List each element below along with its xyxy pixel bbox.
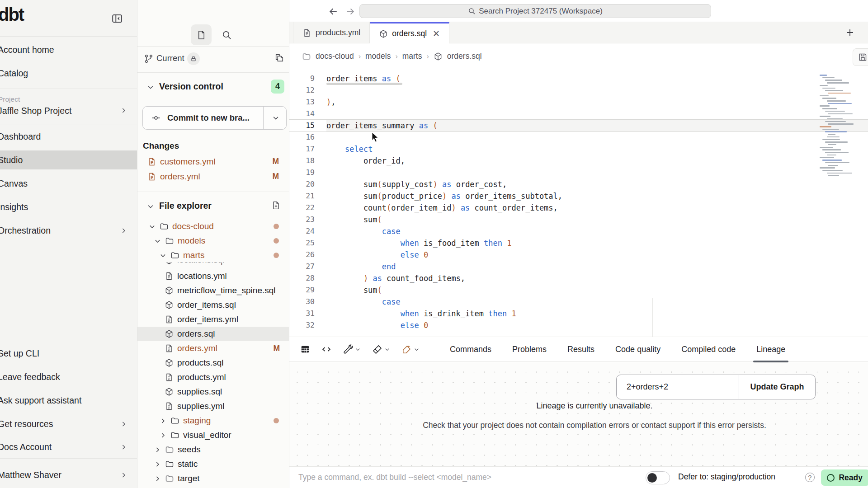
- collapse-sidebar-icon[interactable]: [111, 13, 123, 24]
- panel-tab-code-quality[interactable]: Code quality: [605, 337, 671, 362]
- tree-item-static[interactable]: static: [137, 457, 289, 471]
- sidebar-item-studio[interactable]: Studio: [0, 150, 137, 169]
- project-name[interactable]: Jaffle Shop Project: [0, 106, 71, 116]
- tree-item-marts[interactable]: marts: [137, 248, 289, 263]
- commit-button[interactable]: Commit to new bra...: [142, 106, 287, 130]
- status-badge[interactable]: Ready: [821, 469, 868, 486]
- new-tab-icon[interactable]: [844, 27, 855, 38]
- breadcrumb-item[interactable]: marts: [402, 52, 422, 61]
- model-cube-icon: [379, 29, 388, 38]
- panel-tab-lineage[interactable]: Lineage: [746, 337, 796, 362]
- code-line[interactable]: 25 when is_food_item then 1: [289, 237, 868, 249]
- sidebar-item-ask-support-assistant[interactable]: Ask support assistant: [0, 391, 137, 410]
- code-editor[interactable]: 9order_items as (1213),1415order_items_s…: [289, 71, 868, 337]
- fix-ai-icon[interactable]: [401, 344, 420, 355]
- code-line[interactable]: 13),: [289, 96, 868, 108]
- defer-toggle[interactable]: [646, 471, 670, 484]
- tree-item-metricflow_time_spine.sql[interactable]: metricflow_time_spine.sql: [137, 283, 289, 298]
- changed-file-customers.yml[interactable]: customers.ymlM: [137, 154, 289, 169]
- sidebar-item-insights[interactable]: Insights: [0, 197, 137, 216]
- code-line[interactable]: 9order_items as (: [289, 73, 868, 84]
- sidebar-item-get-resources[interactable]: Get resources: [0, 414, 137, 433]
- code-line[interactable]: 23 sum(: [289, 214, 868, 225]
- tree-item-staging[interactable]: staging: [137, 413, 289, 428]
- chevron-right-icon[interactable]: [120, 107, 127, 114]
- code-line[interactable]: 12: [289, 84, 868, 96]
- code-line[interactable]: 29 sum(: [289, 284, 868, 296]
- compile-code-icon[interactable]: [321, 344, 332, 355]
- build-tools-icon[interactable]: [343, 344, 361, 355]
- help-icon[interactable]: ?: [805, 473, 815, 482]
- project-search-input[interactable]: Search Project 372475 (Workspace): [359, 4, 711, 18]
- sidebar-item-canvas[interactable]: Canvas: [0, 174, 137, 193]
- code-line[interactable]: 28 ) as count_food_items,: [289, 272, 868, 284]
- sidebar-item-leave-feedback[interactable]: Leave feedback: [0, 367, 137, 386]
- tree-item-order_items.yml[interactable]: order_items.yml: [137, 312, 289, 327]
- close-tab-icon[interactable]: ✕: [433, 28, 440, 39]
- panel-tab-compiled-code[interactable]: Compiled code: [671, 337, 746, 362]
- back-arrow-icon[interactable]: [327, 5, 339, 17]
- divider: [432, 343, 432, 356]
- changed-file-orders.yml[interactable]: orders.ymlM: [137, 169, 289, 184]
- chevron-down-icon[interactable]: [272, 114, 280, 122]
- tree-item-visual_editor[interactable]: visual_editor: [137, 428, 289, 442]
- tree-item-models[interactable]: models: [137, 234, 289, 248]
- tree-item-products.sql[interactable]: products.sql: [137, 356, 289, 370]
- tree-item-locations.sql[interactable]: locations.sql: [137, 263, 289, 269]
- user-menu[interactable]: Matthew Shaver: [0, 465, 137, 484]
- search-files-button[interactable]: [218, 26, 235, 43]
- breadcrumb-item[interactable]: docs-cloud: [316, 52, 354, 61]
- forward-arrow-icon[interactable]: [344, 5, 356, 17]
- tab-orders.sql[interactable]: orders.sql✕: [370, 22, 449, 44]
- panel-tab-commands[interactable]: Commands: [439, 337, 502, 362]
- code-line[interactable]: 31 when is_drink_item then 1: [289, 308, 868, 319]
- tree-item-supplies.yml[interactable]: supplies.yml: [137, 399, 289, 413]
- version-control-section[interactable]: Version control 4: [137, 72, 289, 102]
- code-line[interactable]: 24 case: [289, 225, 868, 237]
- preview-table-icon[interactable]: [300, 344, 310, 354]
- code-line[interactable]: 22 count(order_item_id) as count_order_i…: [289, 202, 868, 214]
- save-button[interactable]: [853, 48, 868, 66]
- tree-item-order_items.sql[interactable]: order_items.sql: [137, 298, 289, 312]
- format-icon[interactable]: [372, 344, 391, 355]
- branch-row[interactable]: Current: [137, 46, 289, 72]
- command-input[interactable]: Type a command, ex. dbt build --select <…: [298, 473, 491, 482]
- create-file-button[interactable]: [191, 24, 212, 45]
- sidebar-item-set-up-cli[interactable]: Set up CLI: [0, 344, 137, 363]
- panel-tab-results[interactable]: Results: [557, 337, 605, 362]
- sidebar-item-account-home[interactable]: Account home: [0, 40, 137, 59]
- tree-item-workflows[interactable]: workflows: [137, 486, 289, 488]
- code-line[interactable]: 26 else 0: [289, 249, 868, 261]
- new-file-icon[interactable]: [271, 201, 281, 210]
- panel-tab-problems[interactable]: Problems: [502, 337, 557, 362]
- code-line[interactable]: 14: [289, 108, 868, 120]
- sidebar-item-dashboard[interactable]: Dashboard: [0, 127, 137, 146]
- code-line[interactable]: 30 case: [289, 296, 868, 308]
- code-line[interactable]: 27 end: [289, 261, 868, 272]
- file-explorer-section[interactable]: File explorer: [137, 193, 289, 219]
- code-line[interactable]: 32 else 0: [289, 319, 868, 331]
- tree-item-docs-cloud[interactable]: docs-cloud: [137, 219, 289, 234]
- breadcrumb-file[interactable]: orders.sql: [447, 52, 482, 61]
- tree-item-supplies.sql[interactable]: supplies.sql: [137, 385, 289, 399]
- minimap[interactable]: [820, 75, 856, 179]
- tree-item-seeds[interactable]: seeds: [137, 442, 289, 457]
- copy-icon[interactable]: [274, 53, 284, 63]
- breadcrumb-item[interactable]: models: [365, 52, 391, 61]
- code-line[interactable]: 20 sum(supply_cost) as order_cost,: [289, 178, 868, 190]
- tree-item-orders.yml[interactable]: orders.ymlM: [137, 341, 289, 356]
- code-line[interactable]: 17 select: [289, 143, 868, 155]
- tree-item-locations.yml[interactable]: locations.yml: [137, 269, 289, 283]
- sidebar-item-orchestration[interactable]: Orchestration: [0, 221, 137, 240]
- tree-item-products.yml[interactable]: products.yml: [137, 370, 289, 385]
- code-line[interactable]: 21 sum(product_price) as order_items_sub…: [289, 190, 868, 202]
- code-line[interactable]: 19: [289, 167, 868, 178]
- tab-products.yml[interactable]: products.yml: [293, 22, 370, 43]
- sidebar-item-docs-account[interactable]: Docs Account: [0, 437, 137, 456]
- tree-item-orders.sql[interactable]: orders.sql: [137, 327, 289, 341]
- modified-badge: M: [272, 172, 279, 181]
- sidebar-item-catalog[interactable]: Catalog: [0, 64, 137, 83]
- code-line[interactable]: 18 order_id,: [289, 155, 868, 167]
- tree-item-target[interactable]: target: [137, 471, 289, 486]
- code-line[interactable]: 15order_items_summary as (: [289, 120, 868, 131]
